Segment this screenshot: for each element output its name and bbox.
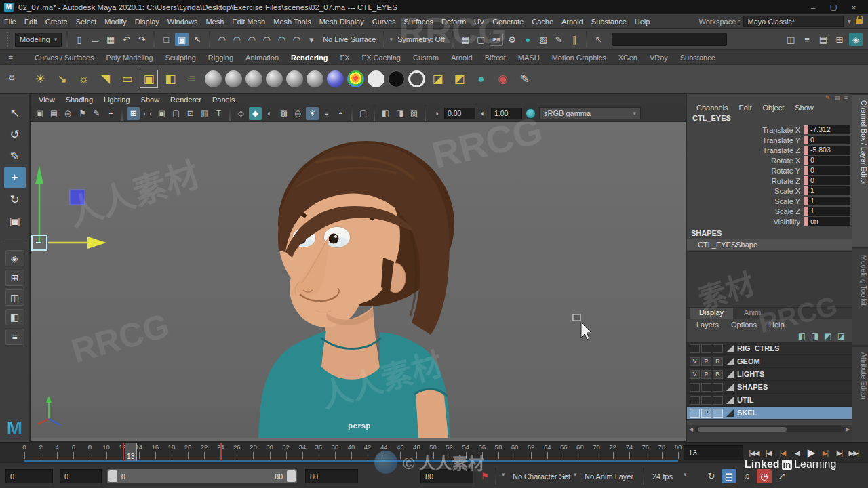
symmetry-dropdown-arrow[interactable]: ▾ bbox=[389, 36, 393, 43]
shelf-tab-fx[interactable]: FX bbox=[334, 51, 355, 64]
gate-mask-icon[interactable]: ▢ bbox=[170, 107, 182, 120]
viewport-menu-shading[interactable]: Shading bbox=[60, 96, 98, 104]
channel-value-field[interactable]: 0 bbox=[808, 136, 850, 144]
close-button[interactable]: × bbox=[844, 1, 864, 14]
audio-icon[interactable]: ♫ bbox=[739, 469, 754, 483]
pan-zoom-icon[interactable]: + bbox=[104, 107, 117, 120]
scroll-right-icon[interactable]: ▶ bbox=[844, 426, 852, 432]
snap-to-curve-icon[interactable]: ◠ bbox=[230, 33, 243, 46]
layer-row-rig-ctrls[interactable]: RIG_CTRLS bbox=[687, 342, 852, 355]
channel-menu-icon[interactable]: ≡ bbox=[844, 94, 848, 103]
menu-substance[interactable]: Substance bbox=[587, 14, 631, 29]
layer-row-geom[interactable]: VPRGEOM bbox=[687, 355, 852, 368]
menu-arnold[interactable]: Arnold bbox=[557, 14, 587, 29]
layout-two-pane-icon[interactable]: ◫ bbox=[5, 289, 24, 306]
dartboard-icon[interactable]: ◉ bbox=[494, 70, 512, 88]
menu-curves[interactable]: Curves bbox=[368, 14, 400, 29]
viewport-menu-show[interactable]: Show bbox=[136, 96, 165, 104]
hypershade-pencil-icon[interactable]: ✎ bbox=[515, 70, 534, 88]
workspace-dropdown-arrow[interactable]: ▾ bbox=[847, 17, 851, 26]
playback-loop-icon[interactable]: ↻ bbox=[704, 469, 719, 483]
resolution-gate-icon[interactable]: ▣ bbox=[155, 107, 168, 120]
menu-mesh[interactable]: Mesh bbox=[201, 14, 228, 29]
undo-icon[interactable]: ↶ bbox=[119, 33, 133, 46]
default-material-icon[interactable]: ◎ bbox=[292, 107, 304, 120]
assign-material-icon[interactable]: ◪ bbox=[429, 70, 447, 88]
scroll-left-icon[interactable]: ◀ bbox=[687, 426, 695, 432]
menu-edit[interactable]: Edit bbox=[20, 14, 41, 29]
scale-tool-icon[interactable]: ▣ bbox=[4, 210, 26, 232]
anim-layer-arrow-icon[interactable]: ▾ bbox=[574, 471, 577, 478]
shelf-tab-motion-graphics[interactable]: Motion Graphics bbox=[546, 51, 612, 64]
menu-create[interactable]: Create bbox=[41, 14, 72, 29]
snap-options-arrow-icon[interactable]: ▾ bbox=[304, 33, 318, 46]
rotate-tool-icon[interactable]: ↻ bbox=[4, 188, 26, 210]
viewport-menu-lighting[interactable]: Lighting bbox=[98, 96, 136, 104]
anim-layer-dropdown[interactable]: No Anim Layer bbox=[585, 469, 633, 483]
menu-cache[interactable]: Cache bbox=[528, 14, 557, 29]
grid-icon[interactable]: ⊞ bbox=[127, 107, 140, 120]
layer-r-toggle[interactable]: R bbox=[713, 357, 723, 366]
layer-p-toggle[interactable] bbox=[701, 344, 711, 353]
fps-arrow-icon[interactable]: ▾ bbox=[684, 471, 687, 478]
select-object-icon[interactable]: ▣ bbox=[175, 33, 189, 46]
playhead[interactable]: 13 bbox=[125, 443, 137, 461]
wireframe-on-shaded-icon[interactable]: ▩ bbox=[277, 107, 290, 120]
layer-menu-help[interactable]: Help bbox=[764, 319, 790, 330]
side-tab-channel-box-layer-editor[interactable]: Channel Box / Layer Editor bbox=[852, 95, 868, 247]
channel-box-menu-object[interactable]: Object bbox=[758, 103, 788, 114]
select-tool-icon[interactable]: ↖ bbox=[4, 102, 26, 123]
viewport-menu-renderer[interactable]: Renderer bbox=[165, 96, 207, 104]
z-axis-handle[interactable] bbox=[70, 190, 85, 205]
channel-value-field[interactable]: 1 bbox=[808, 207, 850, 216]
channel-box-toggle-icon[interactable]: ▤ bbox=[816, 33, 830, 46]
light-editor-icon[interactable]: ▨ bbox=[536, 33, 550, 46]
area-light-icon[interactable]: ▭ bbox=[118, 70, 136, 88]
layer-v-toggle[interactable] bbox=[690, 409, 700, 418]
layer-row-lights[interactable]: VPRLIGHTS bbox=[687, 368, 852, 381]
shelf-gear-icon[interactable]: ⚙ bbox=[8, 73, 16, 83]
menu-set-dropdown[interactable]: Modeling ▾ bbox=[15, 33, 62, 47]
shape-node-row[interactable]: CTL_EYESShape bbox=[687, 239, 852, 250]
xray-active-components-icon[interactable]: ▧ bbox=[408, 107, 420, 120]
film-gate-icon[interactable]: ▭ bbox=[141, 107, 154, 120]
minimize-button[interactable]: – bbox=[803, 1, 823, 14]
xray-icon[interactable]: ◧ bbox=[379, 107, 392, 120]
layer-p-toggle[interactable]: P bbox=[701, 357, 711, 366]
ipr-render-icon[interactable]: IPR bbox=[490, 33, 503, 46]
layer-menu-layers[interactable]: Layers bbox=[691, 319, 724, 330]
layer-r-toggle[interactable] bbox=[713, 396, 723, 405]
light-linking-icon[interactable]: ≡ bbox=[183, 70, 201, 88]
viewport-menu-panels[interactable]: Panels bbox=[207, 96, 241, 104]
layout-list-icon[interactable]: ≡ bbox=[5, 329, 24, 345]
open-scene-icon[interactable]: ▭ bbox=[88, 33, 102, 46]
evaluation-mode-icon[interactable]: ↗ bbox=[774, 469, 789, 483]
y-axis-handle[interactable] bbox=[35, 165, 43, 184]
bookmark-icon[interactable]: ⚑ bbox=[76, 107, 89, 120]
x-axis-handle[interactable] bbox=[87, 237, 106, 249]
shelf-tab-bifrost[interactable]: Bifrost bbox=[479, 51, 512, 64]
channel-box-menu-show[interactable]: Show bbox=[791, 103, 818, 114]
channel-value-field[interactable]: 1 bbox=[808, 186, 850, 195]
shelf-tab-animation[interactable]: Animation bbox=[239, 51, 285, 64]
paint-select-tool-icon[interactable]: ✎ bbox=[4, 145, 26, 167]
snap-to-point-icon[interactable]: ◠ bbox=[245, 33, 258, 46]
redo-icon[interactable]: ↷ bbox=[135, 33, 149, 46]
go-to-end-button[interactable]: ▶▶| bbox=[847, 445, 861, 461]
shelf-tab-vray[interactable]: VRay bbox=[644, 51, 674, 64]
tab-display[interactable]: Display bbox=[690, 308, 733, 319]
channel-box-menu-channels[interactable]: Channels bbox=[692, 103, 732, 114]
phong-material-icon[interactable] bbox=[266, 70, 283, 87]
animation-preferences-icon[interactable]: ◷ bbox=[757, 469, 772, 483]
camera-bookmarks-icon[interactable]: ▤ bbox=[47, 107, 60, 120]
light-set-icon[interactable]: ◧ bbox=[161, 70, 180, 88]
snap-to-grid-icon[interactable]: ◠ bbox=[215, 33, 229, 46]
safe-title-icon[interactable]: T bbox=[212, 107, 225, 120]
menu-modify[interactable]: Modify bbox=[100, 14, 130, 29]
channel-value-field[interactable]: 1 bbox=[808, 197, 850, 205]
directional-light-icon[interactable]: ↘ bbox=[53, 70, 71, 88]
range-end-handle[interactable] bbox=[287, 470, 296, 482]
camera-attributes-icon[interactable]: ▣ bbox=[33, 107, 46, 120]
layer-p-toggle[interactable] bbox=[701, 396, 711, 405]
pause-viewport-update-icon[interactable]: ∥ bbox=[568, 33, 581, 46]
